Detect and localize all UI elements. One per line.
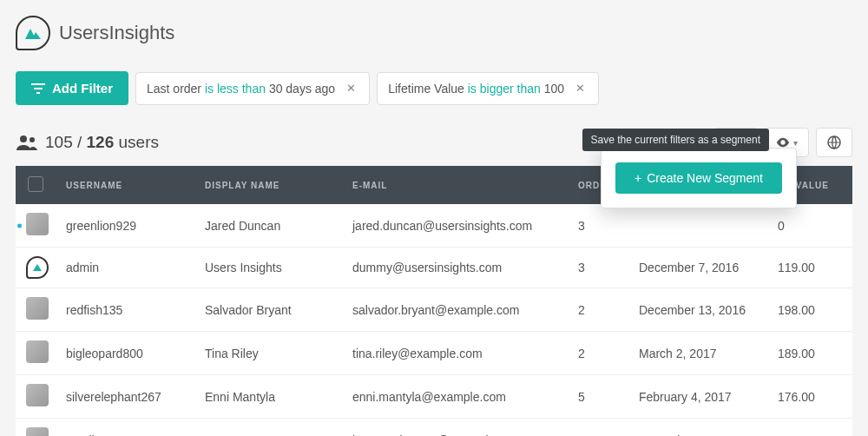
remove-filter-icon[interactable]: ✕ [344, 82, 358, 95]
create-segment-label: Create New Segment [647, 171, 763, 185]
filter-field: Lifetime Value [388, 82, 464, 96]
cell-orders: 4 [569, 419, 630, 437]
svg-rect-1 [31, 83, 45, 85]
cell-orders: 3 [569, 248, 630, 288]
create-segment-button[interactable]: + Create New Segment [615, 162, 782, 194]
filter-value: 30 days ago [269, 82, 335, 96]
count-total: 126 [87, 133, 115, 151]
cell-lifetime-value: 0 [769, 204, 852, 248]
cell-email: tina.riley@example.com [344, 332, 569, 375]
filter-field: Last order [147, 82, 201, 96]
filters-row: Add Filter Last order is less than 30 da… [16, 71, 852, 105]
avatar [26, 256, 49, 279]
cell-display-name: Users Insights [196, 248, 344, 288]
cell-orders: 2 [569, 332, 630, 375]
cell-lifetime-value: 141.00 [769, 419, 852, 437]
segments-tooltip: Save the current filters as a segment [582, 129, 769, 151]
cell-email: enni.mantyla@example.com [344, 375, 569, 419]
table-row[interactable]: smallmouse265Imogen De roverimogen.derov… [16, 419, 852, 437]
add-filter-label: Add Filter [52, 81, 113, 96]
col-display-name[interactable]: DISPLAY NAME [196, 166, 344, 204]
cell-last-order: February 4, 2017 [630, 375, 769, 419]
filter-chip-lifetime-value[interactable]: Lifetime Value is bigger than 100 ✕ [377, 72, 599, 105]
users-icon [16, 135, 38, 150]
avatar [26, 213, 49, 235]
cell-last-order [630, 204, 769, 248]
remove-filter-icon[interactable]: ✕ [573, 82, 588, 95]
logo-text: UsersInsights [59, 22, 174, 44]
svg-rect-3 [36, 92, 40, 94]
cell-display-name: Tina Riley [196, 332, 344, 375]
segments-popover: + Create New Segment [601, 148, 797, 208]
filter-icon [31, 83, 45, 95]
cell-orders: 2 [569, 288, 630, 332]
cell-email: imogen.derover@example.com [344, 419, 569, 437]
cell-username: greenlion929 [57, 204, 196, 248]
cell-username: smallmouse265 [57, 419, 196, 437]
add-filter-button[interactable]: Add Filter [16, 71, 128, 105]
cell-lifetime-value: 189.00 [769, 332, 852, 375]
avatar [26, 297, 49, 320]
cell-last-order: December 13, 2016 [630, 288, 769, 332]
cell-username: silverelephant267 [57, 375, 196, 419]
logo: UsersInsights [16, 16, 852, 50]
svg-point-5 [30, 137, 35, 142]
cell-username: redfish135 [57, 288, 196, 332]
cell-lifetime-value: 198.00 [769, 288, 852, 332]
export-button[interactable] [816, 128, 852, 157]
col-username[interactable]: USERNAME [57, 166, 196, 204]
select-all-checkbox[interactable] [28, 176, 43, 192]
cell-username: admin [57, 248, 196, 288]
col-email[interactable]: E-MAIL [344, 166, 569, 204]
cell-lifetime-value: 119.00 [769, 248, 852, 288]
logo-mark [16, 16, 50, 50]
cell-display-name: Jared Duncan [196, 204, 344, 248]
cell-orders: 3 [569, 204, 630, 248]
filter-operator: is less than [205, 82, 266, 96]
cell-email: jared.duncan@usersinsights.com [344, 204, 569, 248]
avatar [26, 384, 49, 406]
filter-value: 100 [544, 82, 564, 96]
cell-display-name: Imogen De rover [196, 419, 344, 437]
table-row[interactable]: adminUsers Insightsdummy@usersinsights.c… [16, 248, 852, 288]
cell-lifetime-value: 176.00 [769, 375, 852, 419]
table-row[interactable]: redfish135Salvador Bryantsalvador.bryant… [16, 288, 852, 332]
cell-username: bigleopard800 [57, 332, 196, 375]
cell-email: dummy@usersinsights.com [344, 248, 569, 288]
cell-email: salvador.bryant@example.com [344, 288, 569, 332]
cell-display-name: Salvador Bryant [196, 288, 344, 332]
count-sep: / [77, 133, 82, 151]
filter-chip-last-order[interactable]: Last order is less than 30 days ago ✕ [135, 72, 370, 105]
cell-orders: 5 [569, 375, 630, 419]
globe-icon [827, 135, 841, 149]
svg-marker-0 [25, 29, 41, 39]
svg-rect-2 [34, 88, 43, 89]
filter-operator: is bigger than [468, 82, 541, 96]
count-suffix: users [119, 133, 159, 151]
table-row[interactable]: bigleopard800Tina Rileytina.riley@exampl… [16, 332, 852, 375]
cell-last-order: December 22, 2016 [630, 419, 769, 437]
user-count: 105 / 126 users [16, 133, 159, 152]
avatar [26, 427, 49, 436]
online-indicator [17, 223, 22, 228]
avatar [26, 340, 49, 363]
count-shown: 105 [45, 133, 73, 151]
plus-icon: + [635, 171, 641, 185]
svg-point-4 [20, 135, 27, 142]
cell-last-order: December 7, 2016 [630, 248, 769, 288]
cell-last-order: March 2, 2017 [630, 332, 769, 375]
table-row[interactable]: silverelephant267Enni Mantylaenni.mantyl… [16, 375, 852, 419]
table-row[interactable]: greenlion929Jared Duncanjared.duncan@use… [16, 204, 852, 248]
cell-display-name: Enni Mantyla [196, 375, 344, 419]
